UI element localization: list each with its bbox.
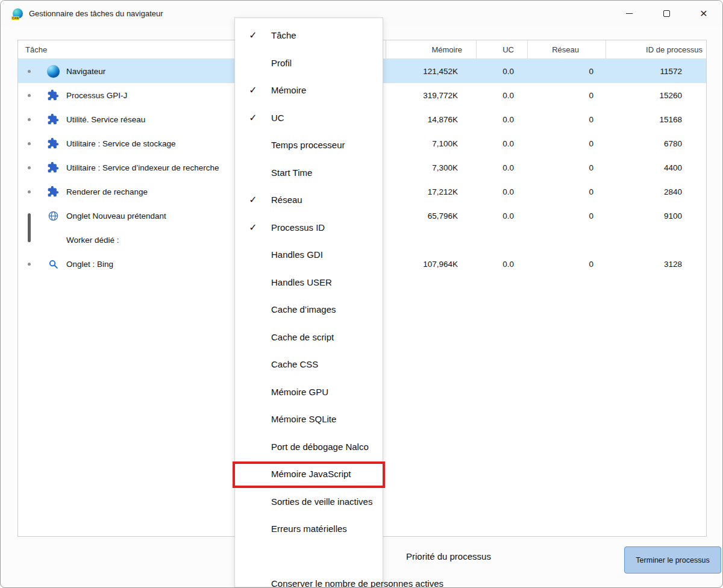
check-icon: ✓ — [235, 222, 271, 233]
memory-value: 7,100K — [386, 139, 476, 148]
menu-item-temps-processeur[interactable]: Temps processeur — [235, 131, 383, 159]
tab-globe-icon — [40, 210, 66, 222]
menu-item-label: Temps processeur — [271, 140, 345, 150]
maximize-icon — [663, 10, 670, 17]
menu-item-uc[interactable]: ✓UC — [235, 104, 383, 132]
cpu-value: 0.0 — [476, 67, 527, 76]
close-button[interactable]: × — [685, 1, 722, 26]
menu-item-start-time[interactable]: Start Time — [235, 159, 383, 187]
memory-value: 319,772K — [386, 91, 476, 100]
menu-item-label: Processus ID — [271, 222, 325, 233]
menu-item-processus-id[interactable]: ✓Processus ID — [235, 214, 383, 242]
group-indicator — [28, 213, 31, 242]
memory-value: 107,964K — [386, 260, 476, 269]
memory-value: 14,876K — [386, 115, 476, 124]
menu-item-reseau[interactable]: ✓Réseau — [235, 186, 383, 214]
pid-value: 3128 — [606, 260, 706, 269]
pid-value: 6780 — [606, 139, 706, 148]
column-header-memoire[interactable]: Mémoire — [386, 40, 476, 58]
column-header-uc[interactable]: UC — [476, 40, 527, 58]
extension-icon — [40, 137, 66, 149]
row-bullet-icon — [28, 70, 31, 73]
close-icon: × — [700, 7, 707, 19]
extension-icon — [40, 89, 66, 101]
network-value: 0 — [527, 187, 606, 196]
network-value: 0 — [527, 260, 606, 269]
network-value: 0 — [527, 139, 606, 148]
memory-value: 65,796K — [386, 211, 476, 220]
extension-icon — [40, 113, 66, 125]
row-bullet-icon — [28, 190, 31, 193]
menu-item-label: Réseau — [271, 195, 302, 205]
menu-item-priorite-du-processus[interactable]: Priorité du processus — [235, 543, 383, 571]
check-icon: ✓ — [235, 112, 271, 124]
canary-badge: CAN — [11, 16, 19, 20]
pid-value: 4400 — [606, 163, 706, 172]
cpu-value: 0.0 — [476, 211, 527, 220]
pid-value: 2840 — [606, 187, 706, 196]
end-process-button[interactable]: Terminer le processus — [624, 546, 721, 574]
extension-icon — [40, 186, 66, 198]
menu-item-conserver-le-nombre-de-personnes-actives[interactable]: Conserver le nombre de personnes actives — [235, 570, 383, 588]
cpu-value: 0.0 — [476, 260, 527, 269]
menu-item-label: UC — [271, 113, 284, 123]
menu-item-port-de-debogage-nalco[interactable]: Port de débogage Nalco — [235, 433, 383, 461]
memory-value: 17,212K — [386, 187, 476, 196]
menu-item-label: Mémoire — [271, 85, 306, 95]
check-icon: ✓ — [235, 194, 271, 205]
search-icon — [40, 259, 66, 269]
network-value: 0 — [527, 163, 606, 172]
menu-item-cache-d-images[interactable]: Cache d’images — [235, 296, 383, 324]
minimize-button[interactable] — [610, 1, 648, 26]
column-header-reseau[interactable]: Réseau — [527, 40, 606, 58]
cpu-value: 0.0 — [476, 91, 527, 100]
extension-icon — [40, 161, 66, 174]
menu-item-label: Conserver le nombre de personnes actives — [271, 578, 443, 588]
menu-item-memoire-gpu[interactable]: Mémoire GPU — [235, 378, 383, 406]
cpu-value: 0.0 — [476, 187, 527, 196]
row-bullet-icon — [28, 142, 31, 145]
menu-item-memoire[interactable]: ✓Mémoire — [235, 77, 383, 104]
maximize-button[interactable] — [648, 1, 685, 26]
menu-item-erreurs-materielles[interactable]: Erreurs matérielles — [235, 515, 383, 543]
menu-item-label: Port de débogage Nalco — [271, 442, 369, 452]
menu-item-cache-de-script[interactable]: Cache de script — [235, 324, 383, 351]
menu-item-label: Erreurs matérielles — [271, 524, 347, 534]
row-bullet-icon — [28, 94, 31, 97]
minimize-icon — [626, 13, 633, 14]
pid-value: 15168 — [606, 115, 706, 124]
menu-item-memoire-sqlite[interactable]: Mémoire SQLite — [235, 405, 383, 433]
menu-item-label: Start Time — [271, 167, 312, 178]
menu-item-label: Cache CSS — [271, 359, 318, 369]
menu-item-cache-css[interactable]: Cache CSS — [235, 351, 383, 378]
menu-item-label: Handles USER — [271, 277, 332, 287]
row-bullet-icon — [28, 118, 31, 121]
menu-item-sorties-de-veille-inactives[interactable]: Sorties de veille inactives — [235, 488, 383, 516]
pid-value: 15260 — [606, 91, 706, 100]
menu-item-label: Handles GDI — [271, 249, 323, 260]
window-title: Gestionnaire des tâches du navigateur — [29, 9, 163, 18]
menu-item-handles-user[interactable]: Handles USER — [235, 269, 383, 296]
cpu-value: 0.0 — [476, 115, 527, 124]
menu-item-label: Profil — [271, 58, 292, 68]
menu-item-memoire-javascript[interactable]: Mémoire JavaScript — [235, 460, 383, 488]
cpu-value: 0.0 — [476, 163, 527, 172]
menu-item-tache[interactable]: ✓Tâche — [235, 22, 383, 49]
pid-value: 9100 — [606, 211, 706, 220]
menu-item-handles-gdi[interactable]: Handles GDI — [235, 241, 383, 269]
memory-value: 7,300K — [386, 163, 476, 172]
menu-item-label: Cache de script — [271, 332, 334, 342]
menu-item-profil[interactable]: Profil — [235, 49, 383, 77]
row-bullet-icon — [28, 263, 31, 266]
network-value: 0 — [527, 67, 606, 76]
check-icon: ✓ — [235, 30, 271, 41]
browser-task-manager-window: CAN Gestionnaire des tâches du navigateu… — [0, 0, 723, 588]
network-value: 0 — [527, 211, 606, 220]
menu-item-label: Mémoire GPU — [271, 387, 328, 397]
column-header-id-de-processus[interactable]: ID de processus — [606, 40, 706, 58]
edge-icon — [40, 65, 66, 78]
menu-item-label: Mémoire SQLite — [271, 414, 336, 424]
cpu-value: 0.0 — [476, 139, 527, 148]
check-icon: ✓ — [235, 84, 271, 96]
network-value: 0 — [527, 115, 606, 124]
